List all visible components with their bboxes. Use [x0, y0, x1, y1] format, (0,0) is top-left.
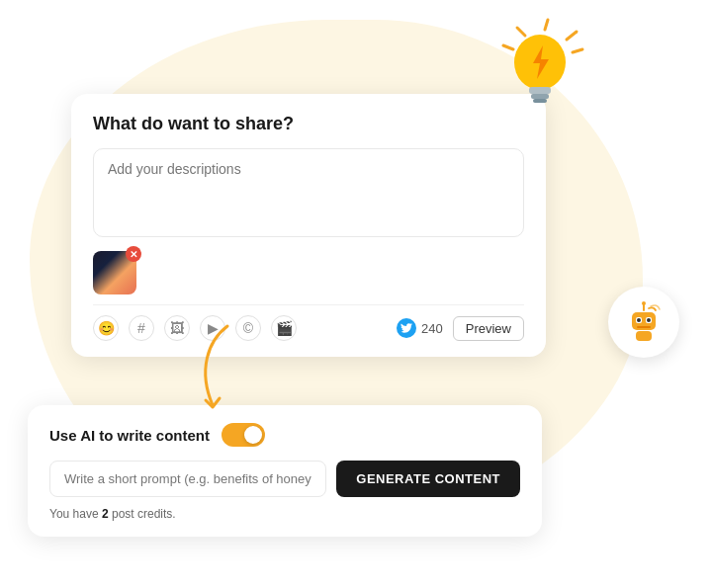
svg-point-14	[637, 318, 641, 322]
post-card-title: What do want to share?	[93, 114, 524, 134]
arrow-decoration	[188, 321, 267, 424]
ai-toggle[interactable]	[222, 423, 265, 447]
ai-prompt-input[interactable]	[49, 461, 326, 497]
ai-label: Use AI to write content	[49, 427, 210, 444]
svg-line-0	[567, 32, 577, 40]
credits-prefix: You have	[49, 507, 102, 521]
ai-card-header: Use AI to write content	[49, 423, 520, 447]
credits-count: 2	[102, 507, 109, 521]
credits-text: You have 2 post credits.	[49, 507, 520, 521]
svg-point-10	[642, 301, 646, 305]
svg-rect-17	[636, 331, 652, 341]
hashtag-icon[interactable]: #	[129, 315, 154, 341]
preview-button[interactable]: Preview	[453, 316, 524, 341]
generate-content-button[interactable]: GENERATE CONTENT	[336, 461, 520, 497]
emoji-icon[interactable]: 😊	[93, 315, 119, 341]
remove-image-button[interactable]: ✕	[126, 246, 141, 262]
image-icon[interactable]: 🖼	[164, 315, 190, 341]
image-thumbnail: ✕	[93, 251, 136, 294]
robot-badge	[608, 287, 679, 358]
post-textarea[interactable]	[93, 148, 524, 237]
char-count-number: 240	[421, 321, 443, 336]
svg-line-2	[545, 20, 548, 30]
svg-line-1	[573, 49, 582, 52]
twitter-char-count: 240	[397, 318, 443, 338]
svg-rect-7	[531, 94, 549, 99]
toolbar-right: 240 Preview	[397, 316, 524, 341]
svg-rect-8	[533, 99, 547, 103]
ai-input-row: GENERATE CONTENT	[49, 461, 520, 497]
credits-suffix: post credits.	[109, 507, 176, 521]
scene: What do want to share? ✕ 😊 # 🖼 ▶ © 🎬 2	[0, 0, 711, 588]
ai-card: Use AI to write content GENERATE CONTENT…	[28, 405, 542, 537]
svg-line-3	[517, 28, 525, 36]
post-card: What do want to share? ✕ 😊 # 🖼 ▶ © 🎬 2	[71, 94, 546, 357]
toggle-thumb	[244, 426, 262, 444]
lightbulb-decoration	[495, 18, 575, 117]
media-icon[interactable]: 🎬	[271, 315, 297, 341]
svg-rect-16	[637, 326, 651, 328]
post-toolbar: 😊 # 🖼 ▶ © 🎬 240 Preview	[93, 304, 524, 341]
svg-rect-6	[529, 87, 551, 94]
svg-point-15	[647, 318, 651, 322]
svg-line-4	[503, 45, 513, 49]
twitter-icon	[397, 318, 416, 338]
